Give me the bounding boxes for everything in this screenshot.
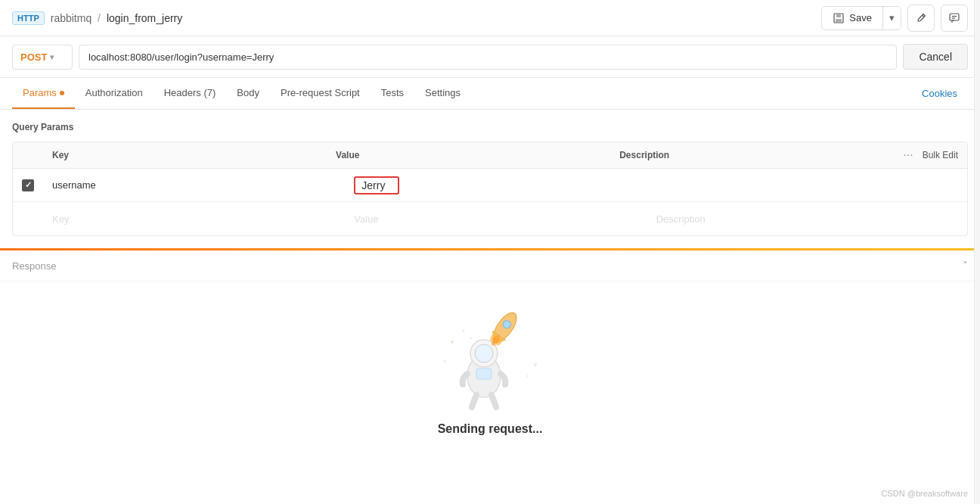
header-value: Value bbox=[336, 150, 619, 160]
save-button[interactable]: Save bbox=[822, 7, 882, 30]
cookies-label: Cookies bbox=[922, 88, 957, 99]
tab-pre-request-label: Pre-request Script bbox=[281, 87, 360, 98]
sending-text: Sending request... bbox=[438, 422, 543, 436]
row-value-highlighted: Jerry bbox=[354, 176, 399, 194]
row-checkbox-col: ✓ bbox=[22, 179, 52, 191]
response-section: Response ˅ bbox=[0, 250, 980, 282]
header-actions: ··· Bulk Edit bbox=[903, 148, 958, 162]
row-value-col: Jerry bbox=[354, 176, 656, 194]
save-label: Save bbox=[849, 12, 872, 23]
placeholder-value[interactable]: Value bbox=[354, 213, 656, 225]
breadcrumb-sep: / bbox=[98, 12, 104, 24]
sending-illustration bbox=[430, 312, 550, 410]
tab-params-label: Params bbox=[23, 87, 57, 98]
top-bar-left: HTTP rabbitmq / login_from_jerry bbox=[12, 11, 182, 25]
tab-tests-label: Tests bbox=[381, 87, 404, 98]
tab-settings-label: Settings bbox=[425, 87, 461, 98]
comment-icon bbox=[948, 12, 960, 24]
edit-button[interactable] bbox=[907, 5, 935, 32]
method-select[interactable]: POST ▾ bbox=[12, 45, 73, 70]
placeholder-description[interactable]: Description bbox=[656, 213, 958, 225]
svg-rect-4 bbox=[950, 14, 959, 20]
header-description: Description bbox=[619, 150, 903, 160]
comment-button[interactable] bbox=[941, 5, 968, 32]
response-title: Response bbox=[12, 260, 57, 272]
svg-point-17 bbox=[451, 341, 454, 344]
header-key: Key bbox=[52, 150, 336, 160]
tab-headers[interactable]: Headers (7) bbox=[154, 78, 227, 109]
method-chevron: ▾ bbox=[50, 53, 54, 61]
tab-body[interactable]: Body bbox=[226, 78, 270, 109]
cancel-button[interactable]: Cancel bbox=[903, 44, 968, 70]
svg-rect-10 bbox=[476, 369, 492, 379]
section-title: Query Params bbox=[12, 122, 968, 132]
svg-point-18 bbox=[463, 330, 465, 332]
collapse-icon[interactable]: ˅ bbox=[963, 260, 968, 272]
dropdown-icon: ▾ bbox=[889, 12, 895, 23]
svg-point-19 bbox=[470, 338, 473, 340]
params-table: Key Value Description ··· Bulk Edit ✓ us… bbox=[12, 142, 968, 236]
svg-point-20 bbox=[534, 363, 537, 366]
bulk-edit-button[interactable]: Bulk Edit bbox=[923, 150, 958, 160]
query-params-section: Query Params Key Value Description ··· B… bbox=[0, 110, 980, 248]
save-icon bbox=[833, 12, 845, 24]
edit-icon bbox=[915, 12, 927, 24]
tab-headers-label: Headers (7) bbox=[164, 87, 216, 98]
more-icon[interactable]: ··· bbox=[903, 148, 913, 162]
svg-line-3 bbox=[923, 15, 925, 17]
params-dot bbox=[60, 91, 64, 95]
row-key: username bbox=[52, 179, 354, 191]
tabs-bar: Params Authorization Headers (7) Body Pr… bbox=[0, 78, 980, 110]
tab-authorization-label: Authorization bbox=[85, 87, 143, 98]
breadcrumb-name: login_from_jerry bbox=[107, 12, 182, 24]
row-checkbox[interactable]: ✓ bbox=[22, 179, 34, 191]
tab-authorization[interactable]: Authorization bbox=[75, 78, 154, 109]
table-header: Key Value Description ··· Bulk Edit bbox=[13, 142, 967, 169]
top-bar-right: Save ▾ bbox=[821, 5, 968, 32]
url-input[interactable] bbox=[79, 45, 897, 70]
svg-rect-2 bbox=[836, 19, 842, 22]
top-bar: HTTP rabbitmq / login_from_jerry Save ▾ bbox=[0, 0, 980, 36]
method-label: POST bbox=[20, 51, 47, 63]
svg-rect-1 bbox=[836, 14, 841, 17]
placeholder-key[interactable]: Key bbox=[52, 213, 354, 225]
tab-cookies[interactable]: Cookies bbox=[911, 79, 968, 108]
tab-params[interactable]: Params bbox=[12, 78, 75, 109]
http-badge: HTTP bbox=[12, 11, 45, 25]
scrollbar[interactable] bbox=[974, 0, 980, 466]
svg-point-22 bbox=[444, 360, 446, 362]
sending-area: Sending request... bbox=[0, 282, 980, 466]
tab-tests[interactable]: Tests bbox=[371, 78, 414, 109]
save-dropdown-button[interactable]: ▾ bbox=[882, 7, 901, 29]
url-bar: POST ▾ Cancel bbox=[0, 36, 980, 78]
tab-pre-request[interactable]: Pre-request Script bbox=[270, 78, 371, 109]
table-row-placeholder: Key Value Description bbox=[13, 202, 967, 235]
table-row: ✓ username Jerry bbox=[13, 169, 967, 202]
breadcrumb: rabbitmq / login_from_jerry bbox=[51, 12, 183, 24]
breadcrumb-base: rabbitmq bbox=[51, 12, 91, 24]
svg-point-9 bbox=[475, 344, 493, 362]
save-btn-group: Save ▾ bbox=[821, 6, 901, 30]
tab-body-label: Body bbox=[237, 87, 259, 98]
tab-settings[interactable]: Settings bbox=[414, 78, 471, 109]
svg-point-21 bbox=[527, 375, 529, 378]
